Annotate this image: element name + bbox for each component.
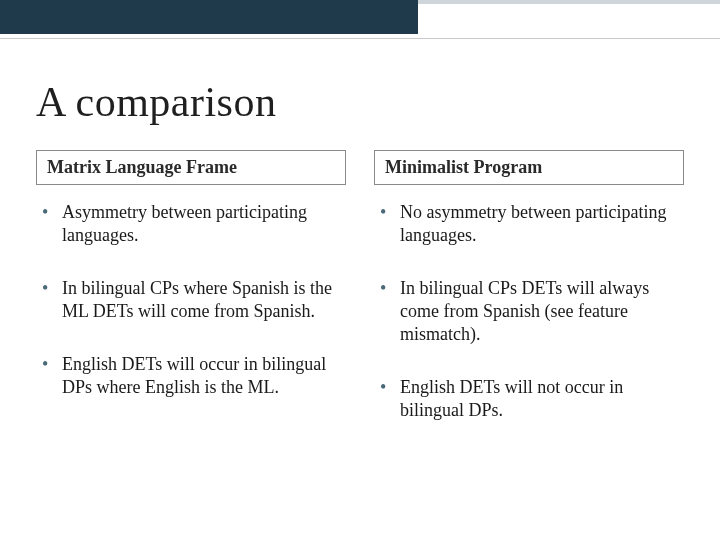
list-item: In bilingual CPs where Spanish is the ML… [36, 277, 346, 323]
column-right-list: No asymmetry between participating langu… [374, 201, 684, 422]
slide-title: A comparison [36, 78, 684, 126]
list-item: English DETs will not occur in bilingual… [374, 376, 684, 422]
top-band-left [0, 0, 418, 34]
column-left-list: Asymmetry between participating language… [36, 201, 346, 399]
top-decorative-band [0, 0, 720, 34]
top-band-right [418, 0, 720, 34]
comparison-columns: Matrix Language Frame Asymmetry between … [36, 150, 684, 452]
column-left: Matrix Language Frame Asymmetry between … [36, 150, 346, 452]
column-header-left: Matrix Language Frame [36, 150, 346, 185]
list-item: In bilingual CPs DETs will always come f… [374, 277, 684, 346]
column-header-right: Minimalist Program [374, 150, 684, 185]
list-item: No asymmetry between participating langu… [374, 201, 684, 247]
column-right: Minimalist Program No asymmetry between … [374, 150, 684, 452]
list-item: Asymmetry between participating language… [36, 201, 346, 247]
top-underline [0, 34, 720, 44]
list-item: English DETs will occur in bilingual DPs… [36, 353, 346, 399]
slide-content: A comparison Matrix Language Frame Asymm… [0, 44, 720, 452]
